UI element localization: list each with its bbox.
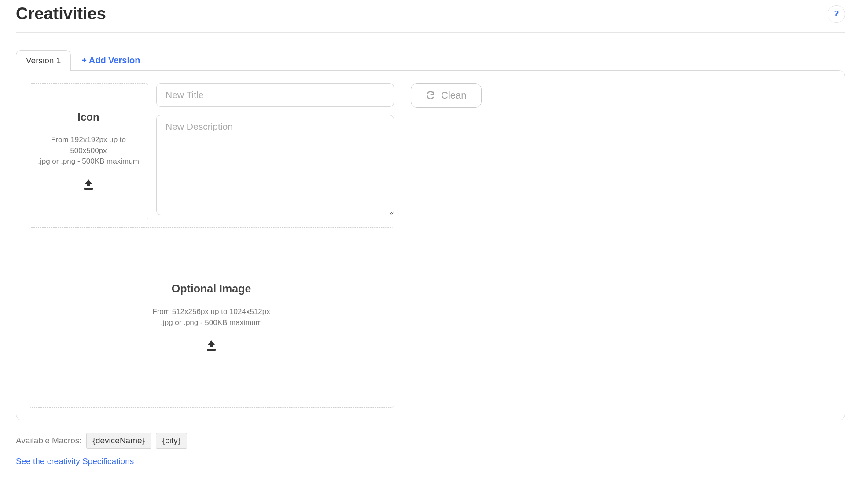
icon-upload-dropzone[interactable]: Icon From 192x192px up to 500x500px .jpg… (29, 83, 148, 219)
svg-rect-0 (84, 188, 93, 190)
icon-upload-title: Icon (77, 111, 99, 123)
macro-chip-devicename[interactable]: {deviceName} (86, 433, 151, 449)
clean-button-label: Clean (441, 90, 466, 101)
clean-button[interactable]: Clean (411, 83, 482, 108)
svg-rect-1 (207, 349, 216, 351)
upload-icon (205, 340, 217, 353)
add-version-button[interactable]: + Add Version (71, 50, 151, 71)
optional-image-dropzone[interactable]: Optional Image From 512x256px up to 1024… (29, 227, 394, 408)
help-button[interactable]: ? (828, 5, 845, 23)
optional-image-spec: From 512x256px up to 1024x512px .jpg or … (152, 307, 270, 328)
refresh-icon (426, 91, 435, 100)
optional-image-title: Optional Image (172, 282, 251, 295)
macro-chip-city[interactable]: {city} (156, 433, 187, 449)
macros-label: Available Macros: (16, 436, 82, 446)
question-icon: ? (834, 9, 839, 18)
title-input[interactable] (156, 83, 394, 107)
tab-version-1[interactable]: Version 1 (16, 50, 71, 71)
version-panel: Icon From 192x192px up to 500x500px .jpg… (16, 70, 845, 420)
icon-upload-spec: From 192x192px up to 500x500px .jpg or .… (37, 135, 140, 167)
page-title: Creativities (16, 4, 106, 23)
upload-icon (82, 179, 95, 192)
description-textarea[interactable] (156, 115, 394, 215)
specifications-link[interactable]: See the creativity Specifications (16, 457, 134, 466)
